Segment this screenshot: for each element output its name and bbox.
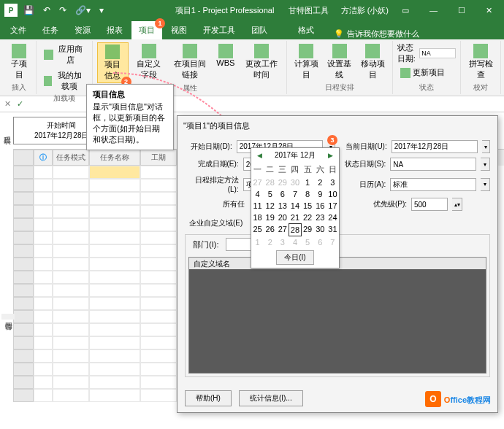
custom-fields-list[interactable]: 自定义域名 <box>188 257 486 374</box>
today-button[interactable]: 今日(I) <box>276 250 313 265</box>
subproject-button[interactable]: 子项目 <box>7 42 31 82</box>
spell-check-button[interactable]: 拼写检查 <box>465 42 496 82</box>
current-date-input[interactable] <box>392 140 478 153</box>
qat-custom-icon[interactable]: ▾ <box>96 4 107 17</box>
cal-day[interactable]: 6 <box>314 236 327 248</box>
minimize-button[interactable]: — <box>422 3 445 18</box>
cal-day[interactable]: 11 <box>251 200 264 212</box>
tab-format[interactable]: 格式 <box>291 21 321 39</box>
cal-day[interactable]: 14 <box>289 200 301 212</box>
cal-day[interactable]: 22 <box>302 212 314 223</box>
cal-day[interactable]: 6 <box>276 188 289 200</box>
cal-day[interactable]: 27 <box>276 223 289 236</box>
ribbon-options-icon[interactable]: ▭ <box>394 3 416 18</box>
cal-day[interactable]: 3 <box>327 177 339 188</box>
cal-day[interactable]: 15 <box>302 200 314 212</box>
accept-entry-icon[interactable]: ✓ <box>17 99 23 109</box>
app-store-button[interactable]: 应用商店 <box>41 42 88 67</box>
cal-day[interactable]: 29 <box>302 223 314 236</box>
change-working-time-button[interactable]: 更改工作时间 <box>240 42 281 82</box>
cal-day[interactable]: 27 <box>251 177 264 188</box>
col-task-mode[interactable]: 任务模式 <box>53 150 89 166</box>
tell-me-search[interactable]: 💡告诉我你想要做什么 <box>334 28 419 39</box>
calculate-project-button[interactable]: 计算项目 <box>291 42 321 82</box>
tab-dev[interactable]: 开发工具 <box>196 21 243 39</box>
cal-day[interactable]: 23 <box>314 212 327 223</box>
cal-day[interactable]: 9 <box>314 188 327 200</box>
qat-save-icon[interactable]: 💾 <box>20 4 37 17</box>
cal-day[interactable]: 19 <box>264 212 276 223</box>
titlebar: P 💾 ↶ ↷ 🔗▾ ▾ 项目1 - Project Professional … <box>0 0 504 20</box>
cal-day[interactable]: 10 <box>327 188 339 200</box>
cal-day[interactable]: 29 <box>276 177 289 188</box>
cal-day[interactable]: 4 <box>251 188 264 200</box>
next-month-button[interactable]: ▶ <box>325 152 336 159</box>
set-baseline-button[interactable]: 设置基线 <box>324 42 354 82</box>
cal-day[interactable]: 8 <box>302 188 314 200</box>
col-duration[interactable]: 工期 <box>140 150 177 166</box>
qat-undo-icon[interactable]: ↶ <box>40 4 53 17</box>
calendar-input[interactable] <box>390 178 476 191</box>
entry-bar: ✕ ✓ <box>0 96 504 112</box>
qat-redo-icon[interactable]: ↷ <box>56 4 69 17</box>
tab-view[interactable]: 视图 <box>164 21 194 39</box>
cal-day[interactable]: 5 <box>264 188 276 200</box>
cal-day[interactable]: 4 <box>289 236 301 248</box>
cal-day[interactable]: 7 <box>327 236 339 248</box>
maximize-button[interactable]: ☐ <box>451 3 473 18</box>
cal-day[interactable]: 2 <box>314 177 327 188</box>
update-project-button[interactable]: 更新项目 <box>397 66 456 80</box>
status-date-input[interactable] <box>419 48 456 58</box>
project-info-icon <box>105 45 120 59</box>
cal-dow: 五 <box>302 163 314 177</box>
priority-input[interactable] <box>411 198 448 211</box>
tab-resource[interactable]: 资源 <box>67 21 98 39</box>
cal-day[interactable]: 31 <box>327 223 339 236</box>
cancel-entry-icon[interactable]: ✕ <box>4 99 11 109</box>
tab-file[interactable]: 文件 <box>3 21 34 39</box>
tab-report[interactable]: 报表 <box>99 21 130 39</box>
cal-day[interactable]: 1 <box>302 177 314 188</box>
cal-day[interactable]: 17 <box>327 200 339 212</box>
calendar-dropdown[interactable]: ▾ <box>481 178 490 191</box>
cal-day[interactable]: 1 <box>251 236 264 248</box>
my-addins-button[interactable]: 我的加载项 <box>41 69 88 93</box>
cal-day[interactable]: 5 <box>302 236 314 248</box>
help-button[interactable]: 帮助(H) <box>185 390 232 406</box>
tab-task[interactable]: 任务 <box>35 21 66 39</box>
status-date-dropdown[interactable]: ▾ <box>481 158 490 171</box>
cal-day[interactable]: 21 <box>289 212 301 223</box>
status-date-input-dlg[interactable] <box>390 158 476 171</box>
cal-day[interactable]: 30 <box>314 223 327 236</box>
cal-day[interactable]: 13 <box>276 200 289 212</box>
cal-day[interactable]: 26 <box>264 223 276 236</box>
tab-project[interactable]: 项目1 <box>131 21 162 39</box>
tab-team[interactable]: 团队 <box>244 21 275 39</box>
cal-dow: 二 <box>264 163 276 177</box>
cal-day[interactable]: 30 <box>289 177 301 188</box>
cal-day[interactable]: 16 <box>314 200 327 212</box>
priority-spinner[interactable]: ▴▾ <box>452 198 462 211</box>
cal-day[interactable]: 28 <box>289 223 301 236</box>
lightbulb-icon: 💡 <box>334 29 344 39</box>
cal-day[interactable]: 25 <box>251 223 264 236</box>
cal-day[interactable]: 7 <box>289 188 301 200</box>
cal-day[interactable]: 28 <box>264 177 276 188</box>
wbs-button[interactable]: WBS <box>213 42 237 69</box>
qat-link-icon[interactable]: 🔗▾ <box>72 4 93 17</box>
cal-day[interactable]: 2 <box>264 236 276 248</box>
cal-day[interactable]: 24 <box>327 212 339 223</box>
spell-icon <box>473 44 488 58</box>
statistics-button[interactable]: 统计信息(I)... <box>239 390 303 406</box>
close-button[interactable]: ✕ <box>478 3 500 18</box>
current-date-dropdown[interactable]: ▾ <box>482 140 490 153</box>
move-project-button[interactable]: 移动项目 <box>357 42 387 82</box>
prev-month-button[interactable]: ◀ <box>254 152 265 159</box>
col-task-name[interactable]: 任务名称 <box>89 150 140 166</box>
project-info-tooltip: 项目信息 显示"项目信息"对话框，以更新项目的各个方面(如开始日期和状态日期)。 <box>86 84 174 150</box>
col-info[interactable]: ⓘ <box>34 150 53 166</box>
cal-day[interactable]: 12 <box>264 200 276 212</box>
cal-day[interactable]: 20 <box>276 212 289 223</box>
cal-day[interactable]: 3 <box>276 236 289 248</box>
cal-day[interactable]: 18 <box>251 212 264 223</box>
